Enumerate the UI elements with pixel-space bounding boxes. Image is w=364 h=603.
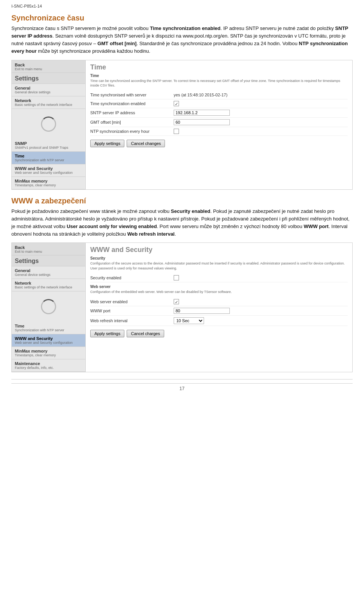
- back-sub-www: Exit to main menu: [15, 250, 42, 253]
- sidebar-item-www[interactable]: WWW and Security Web server and Security…: [12, 164, 85, 177]
- sidebar-item-wwwsec-title: WWW and Security: [15, 336, 82, 341]
- row-label-web-refresh: Web refresh interval: [90, 318, 174, 323]
- ui-panel-www: Back Exit to main menu Settings General …: [11, 242, 353, 372]
- spinner-circle: [41, 117, 56, 132]
- ui-main-www-title: WWW and Security: [90, 246, 348, 254]
- ui-main-www: WWW and Security Security Configuration …: [86, 243, 352, 372]
- sidebar-settings-title: Settings: [12, 73, 85, 84]
- back-label: Back: [15, 63, 25, 67]
- sidebar-item-general-sub: General device settings: [15, 90, 82, 94]
- ui-time-section-desc: Time can be synchronized according the S…: [90, 79, 348, 88]
- sidebar-item-www-sub: Web server and Security configuration: [15, 171, 82, 175]
- sidebar-item-minmax-www-title: MinMax memory: [15, 349, 82, 353]
- checkbox-time-enabled[interactable]: [174, 101, 179, 106]
- sidebar-back-www[interactable]: Back Exit to main menu: [12, 243, 85, 255]
- sidebar-time: Back Exit to main menu Settings General …: [12, 60, 86, 189]
- ui-buttons-www: Apply settings Cancel charges: [90, 330, 348, 337]
- sidebar-item-general[interactable]: General General device settings: [12, 84, 85, 96]
- input-gmt[interactable]: [174, 119, 230, 125]
- apply-settings-button-www[interactable]: Apply settings: [90, 330, 124, 337]
- ui-panel-time: Back Exit to main menu Settings General …: [11, 60, 353, 190]
- ui-security-label: Security: [90, 256, 348, 260]
- form-row-sntp-ip: SNTP server IP address: [90, 108, 348, 118]
- form-row-www-port: WWW port: [90, 306, 348, 316]
- section1-title: Synchronizace času: [11, 14, 353, 22]
- cancel-charges-button-www[interactable]: Cancel charges: [127, 330, 164, 337]
- sidebar-item-minmax-www-sub: Timestamps, clear memory: [15, 353, 82, 357]
- ui-buttons-time: Apply settings Cancel changes: [90, 140, 348, 147]
- section1-para1: Synchronizace času s SNTP serverem je mo…: [11, 25, 353, 55]
- sidebar-item-network-title: Network: [15, 98, 82, 103]
- sidebar-item-time-sub: Synchronization with NTP server: [15, 158, 82, 162]
- apply-settings-button-time[interactable]: Apply settings: [90, 140, 124, 147]
- form-row-webserver-enabled: Web server enabled: [90, 298, 348, 306]
- sidebar-item-snmp-sub: SNMPv1 protocol and SNMP Traps: [15, 146, 82, 150]
- sidebar-item-minmax[interactable]: MinMax memory Timestamps, clear memory: [12, 177, 85, 189]
- sidebar-spinner: [12, 109, 85, 139]
- ui-time-section-label: Time: [90, 74, 348, 78]
- row-label-time-sync: Time synchronised with server: [90, 93, 174, 97]
- sidebar-www: Back Exit to main menu Settings General …: [12, 243, 86, 372]
- sidebar-item-time-title: Time: [15, 154, 82, 158]
- sidebar-item-time-www-sub: Synchronization with NTP server: [15, 328, 82, 332]
- sidebar-item-www-title: WWW and Security: [15, 166, 82, 171]
- sidebar-item-minmax-www[interactable]: MinMax memory Timestamps, clear memory: [12, 347, 85, 359]
- sidebar-item-maintenance-sub: Factory defaults, info, etc.: [15, 366, 82, 370]
- sidebar-item-network-www-title: Network: [15, 281, 82, 285]
- sidebar-item-general-title: General: [15, 86, 82, 90]
- row-value-time-sync: yes (at 15:48:10 2015-02-17): [174, 93, 228, 97]
- input-sntp-ip[interactable]: [174, 110, 230, 116]
- form-row-web-refresh: Web refresh interval 10 Sec 30 Sec 60 Se…: [90, 316, 348, 326]
- form-row-time-sync: Time synchronised with server yes (at 15…: [90, 91, 348, 99]
- checkbox-webserver-enabled[interactable]: [174, 299, 179, 304]
- checkbox-security-enabled[interactable]: [174, 275, 179, 280]
- sidebar-item-time-www[interactable]: Time Synchronization with NTP server: [12, 322, 85, 334]
- row-label-www-port: WWW port: [90, 309, 174, 313]
- form-row-gmt: GMT offset [min]: [90, 118, 348, 127]
- sidebar-item-time[interactable]: Time Synchronization with NTP server: [12, 152, 85, 164]
- form-row-ntp-every-hour: NTP synchronization every hour: [90, 127, 348, 136]
- page-header: I-SNC-P85x1-14: [11, 4, 353, 10]
- row-label-ntp-every-hour: NTP synchronization every hour: [90, 129, 174, 134]
- sidebar-item-general-www-sub: General device settings: [15, 273, 82, 277]
- sidebar-item-network-www-sub: Basic settings of the network interface: [15, 285, 82, 289]
- row-label-webserver-enabled: Web server enabled: [90, 299, 174, 304]
- ui-main-time-title: Time: [90, 63, 348, 71]
- spinner-circle-www: [41, 299, 56, 314]
- page-container: I-SNC-P85x1-14 Synchronizace času Synchr…: [0, 0, 364, 399]
- sidebar-item-maintenance-title: Maintenance: [15, 361, 82, 366]
- page-footer: 17: [11, 383, 353, 391]
- section2-para1: Pokud je požadováno zabezpečení www stán…: [11, 208, 353, 238]
- row-label-security-enabled: Security enabled: [90, 276, 174, 280]
- checkbox-ntp-every-hour[interactable]: [174, 129, 179, 134]
- sidebar-item-maintenance[interactable]: Maintenance Factory defaults, info, etc.: [12, 359, 85, 372]
- sidebar-back-time[interactable]: Back Exit to main menu: [12, 60, 85, 73]
- sidebar-item-wwwsec-sub: Web server and Security configuration: [15, 341, 82, 345]
- ui-security-desc: Configuration of the secure access to th…: [90, 261, 348, 271]
- sidebar-item-network-sub: Basic settings of the network interface: [15, 103, 82, 107]
- back-sub: Exit to main menu: [15, 67, 42, 71]
- ui-webserver-label: Web server: [90, 285, 348, 289]
- section2-title: WWW a zabezpečení: [11, 197, 353, 205]
- form-row-security-enabled: Security enabled: [90, 274, 348, 282]
- page-divider: [11, 379, 353, 379]
- cancel-changes-button-time[interactable]: Cancel changes: [127, 140, 165, 147]
- sidebar-item-minmax-sub: Timestamps, clear memory: [15, 183, 82, 187]
- sidebar-item-snmp[interactable]: SNMP SNMPv1 protocol and SNMP Traps: [12, 139, 85, 152]
- sidebar-item-general-www[interactable]: General General device settings: [12, 266, 85, 279]
- sidebar-item-general-www-title: General: [15, 268, 82, 273]
- form-row-time-enabled: Time synchronization enabled: [90, 99, 348, 108]
- sidebar-spinner-www: [12, 291, 85, 322]
- sidebar-item-time-www-title: Time: [15, 324, 82, 328]
- sidebar-item-wwwsec[interactable]: WWW and Security Web server and Security…: [12, 334, 85, 347]
- back-label-www: Back: [15, 245, 25, 250]
- ui-main-time: Time Time Time can be synchronized accor…: [86, 60, 352, 189]
- sidebar-item-minmax-title: MinMax memory: [15, 179, 82, 183]
- select-web-refresh[interactable]: 10 Sec 30 Sec 60 Sec: [174, 317, 204, 324]
- input-www-port[interactable]: [174, 308, 230, 314]
- row-label-time-enabled: Time synchronization enabled: [90, 101, 174, 106]
- row-label-sntp-ip: SNTP server IP address: [90, 110, 174, 115]
- sidebar-item-network-www[interactable]: Network Basic settings of the network in…: [12, 279, 85, 291]
- row-label-gmt: GMT offset [min]: [90, 120, 174, 124]
- sidebar-item-network[interactable]: Network Basic settings of the network in…: [12, 96, 85, 109]
